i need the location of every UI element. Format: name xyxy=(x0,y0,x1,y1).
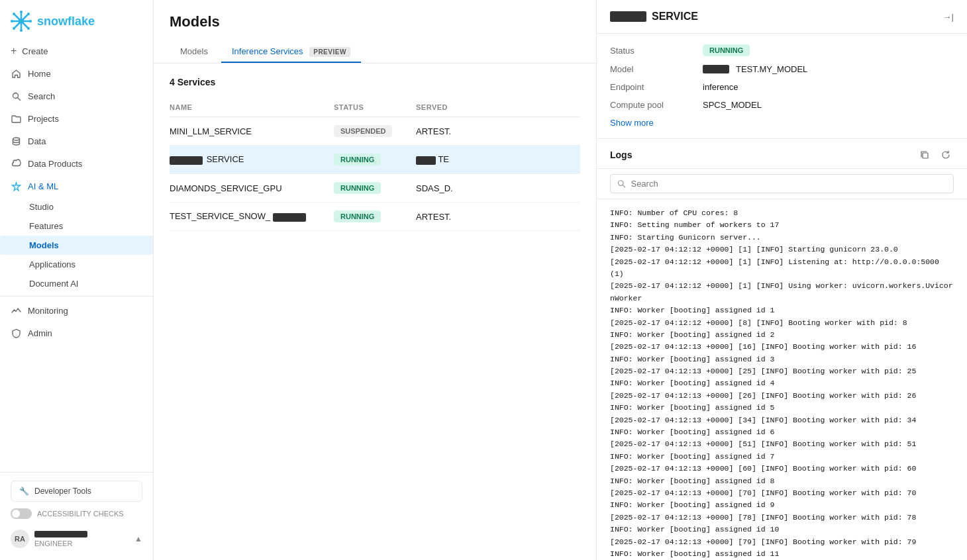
snowflake-logo-icon xyxy=(11,11,32,32)
svg-point-4 xyxy=(13,13,15,15)
svg-point-1 xyxy=(20,29,23,32)
logs-search-inner xyxy=(610,174,954,193)
log-line: [2025-02-17 04:12:12 +0000] [8] [INFO] B… xyxy=(610,317,954,329)
status-badge-running-3: RUNNING xyxy=(334,210,381,222)
accessibility-toggle[interactable] xyxy=(11,508,32,519)
sidebar-item-ai-ml[interactable]: AI & ML xyxy=(0,175,153,197)
panel-close-button[interactable]: →| xyxy=(943,12,954,22)
user-row[interactable]: RA ENGINEER ▲ xyxy=(11,526,142,552)
model-value: TEST.MY_MODEL xyxy=(703,64,807,74)
sidebar-item-applications[interactable]: Applications xyxy=(0,255,153,274)
log-line: [2025-02-17 04:12:13 +0000] [79] [INFO] … xyxy=(610,536,954,548)
sidebar-item-home[interactable]: Home xyxy=(0,62,153,85)
service-served-diamonds: SDAS_D. xyxy=(416,174,580,203)
sidebar-item-features[interactable]: Features xyxy=(0,216,153,236)
col-header-served: SERVED xyxy=(416,98,580,117)
status-value: RUNNING xyxy=(703,44,750,56)
sidebar-item-data-products[interactable]: Data Products xyxy=(0,152,153,175)
col-header-name: NAME xyxy=(170,98,334,117)
log-line: [2025-02-17 04:12:13 +0000] [34] [INFO] … xyxy=(610,414,954,426)
developer-tools-button[interactable]: 🔧 Developer Tools xyxy=(11,481,142,502)
database-icon xyxy=(11,136,21,146)
sidebar-item-home-label: Home xyxy=(28,69,51,79)
log-line: [2025-02-17 04:12:13 +0000] [78] [INFO] … xyxy=(610,512,954,524)
service-name-blurred: SERVICE xyxy=(170,146,334,174)
log-line: [2025-02-17 04:12:13 +0000] [70] [INFO] … xyxy=(610,487,954,499)
log-line: INFO: Worker [booting] assigned id 1 xyxy=(610,304,954,316)
service-status-diamonds: RUNNING xyxy=(334,174,416,203)
log-line: [2025-02-17 04:12:13 +0000] [60] [INFO] … xyxy=(610,463,954,475)
services-count: 4 Services xyxy=(170,77,580,87)
sidebar-item-monitoring-label: Monitoring xyxy=(28,306,68,316)
toggle-knob xyxy=(12,510,20,518)
panel-body: Status RUNNING Model TEST.MY_MODEL Endpo… xyxy=(597,34,967,139)
logs-header: Logs xyxy=(597,139,967,169)
svg-rect-12 xyxy=(923,153,928,158)
log-line: INFO: Worker [booting] assigned id 7 xyxy=(610,451,954,463)
table-row[interactable]: TEST_SERVICE_SNOW_ RUNNING ARTEST. xyxy=(170,203,580,231)
service-served-mini-llm: ARTEST. xyxy=(416,117,580,146)
logs-search-input[interactable] xyxy=(631,179,946,189)
user-avatar: RA xyxy=(11,530,29,548)
show-more-link[interactable]: Show more xyxy=(610,118,954,128)
table-row[interactable]: SERVICE RUNNING TE xyxy=(170,146,580,174)
service-status-mini-llm: SUSPENDED xyxy=(334,117,416,146)
log-line: [2025-02-17 04:12:12 +0000] [1] [INFO] S… xyxy=(610,244,954,256)
service-status-blurred: RUNNING xyxy=(334,146,416,174)
services-section: 4 Services NAME STATUS SERVED MINI_LLM_S… xyxy=(154,64,596,560)
tab-inference-services[interactable]: Inference Services PREVIEW xyxy=(221,41,361,63)
panel-header: SERVICE →| xyxy=(597,0,967,34)
sidebar-item-document-ai[interactable]: Document AI xyxy=(0,274,153,293)
svg-point-11 xyxy=(13,138,19,140)
logs-content[interactable]: INFO: Number of CPU cores: 8INFO: Settin… xyxy=(597,199,967,560)
sidebar-nav: Home Search Projects Data Data Products xyxy=(0,62,153,472)
log-line: INFO: Worker [booting] assigned id 3 xyxy=(610,353,954,365)
service-name-test: TEST_SERVICE_SNOW_ xyxy=(170,203,334,231)
services-table: NAME STATUS SERVED MINI_LLM_SERVICE SUSP… xyxy=(170,98,580,231)
sidebar-item-models[interactable]: Models xyxy=(0,236,153,255)
arrow-right-icon: →| xyxy=(943,12,954,22)
panel-title: SERVICE xyxy=(610,11,698,23)
sidebar-item-search[interactable]: Search xyxy=(0,85,153,107)
create-button[interactable]: + Create xyxy=(0,40,153,62)
sidebar-item-data-label: Data xyxy=(28,136,46,146)
page-header: Models Models Inference Services PREVIEW xyxy=(154,0,596,64)
sidebar-item-projects[interactable]: Projects xyxy=(0,107,153,130)
sidebar-item-projects-label: Projects xyxy=(28,114,59,124)
log-line: INFO: Setting number of workers to 17 xyxy=(610,219,954,231)
log-line: INFO: Worker [booting] assigned id 5 xyxy=(610,402,954,414)
status-badge-suspended: SUSPENDED xyxy=(334,125,392,137)
sidebar-item-data[interactable]: Data xyxy=(0,130,153,152)
log-line: INFO: Worker [booting] assigned id 6 xyxy=(610,426,954,438)
log-line: [2025-02-17 04:12:13 +0000] [26] [INFO] … xyxy=(610,390,954,402)
main-content: Models Models Inference Services PREVIEW… xyxy=(154,0,596,560)
svg-point-13 xyxy=(618,181,623,186)
sidebar-item-data-products-label: Data Products xyxy=(28,159,82,169)
copy-logs-button[interactable] xyxy=(917,147,933,163)
status-badge-running-2: RUNNING xyxy=(334,182,381,194)
status-label: Status xyxy=(610,46,703,56)
refresh-logs-button[interactable] xyxy=(938,147,954,163)
developer-tools-icon: 🔧 xyxy=(19,487,29,496)
sidebar-divider xyxy=(0,296,153,297)
create-label: Create xyxy=(22,46,48,56)
sidebar-item-admin[interactable]: Admin xyxy=(0,322,153,344)
sidebar-item-monitoring[interactable]: Monitoring xyxy=(0,299,153,322)
page-title: Models xyxy=(170,13,580,30)
log-line: INFO: Number of CPU cores: 8 xyxy=(610,207,954,219)
tab-bar: Models Inference Services PREVIEW xyxy=(170,41,580,63)
tab-models[interactable]: Models xyxy=(170,41,219,63)
log-line: INFO: Worker [booting] assigned id 9 xyxy=(610,499,954,511)
info-row-status: Status RUNNING xyxy=(610,44,954,56)
svg-point-5 xyxy=(27,27,30,30)
sidebar-item-studio[interactable]: Studio xyxy=(0,197,153,216)
table-row[interactable]: MINI_LLM_SERVICE SUSPENDED ARTEST. xyxy=(170,117,580,146)
logs-search xyxy=(597,169,967,199)
right-panel: SERVICE →| Status RUNNING Model TEST.MY_… xyxy=(596,0,967,560)
user-role: ENGINEER xyxy=(34,539,129,547)
table-row[interactable]: DIAMONDS_SERVICE_GPU RUNNING SDAS_D. xyxy=(170,174,580,203)
developer-tools-label: Developer Tools xyxy=(34,487,91,496)
logs-title: Logs xyxy=(610,150,632,160)
sidebar-item-search-label: Search xyxy=(28,91,55,101)
log-line: INFO: Worker [booting] assigned id 4 xyxy=(610,377,954,389)
